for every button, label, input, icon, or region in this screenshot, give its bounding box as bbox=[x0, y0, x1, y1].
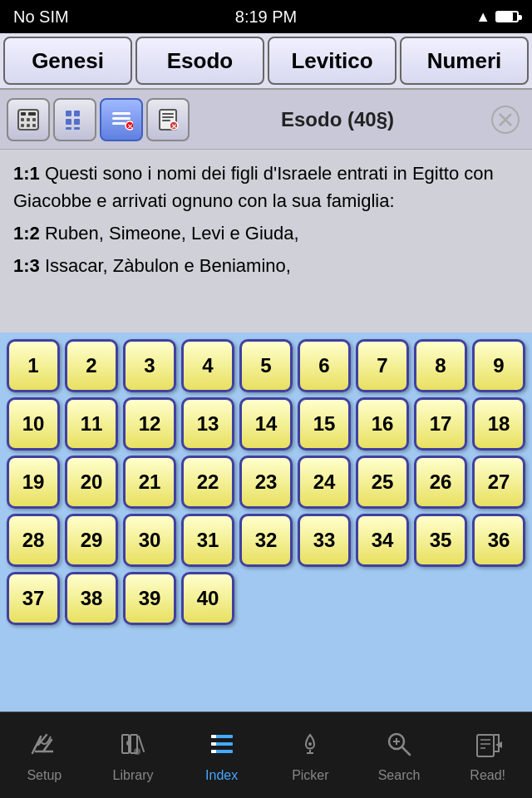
svg-rect-2 bbox=[21, 118, 24, 121]
chapter-btn-12[interactable]: 12 bbox=[123, 397, 176, 451]
close-button[interactable] bbox=[485, 100, 525, 140]
chapter-btn-36[interactable]: 36 bbox=[472, 514, 525, 567]
toolbar-title: Esodo (40§) bbox=[193, 108, 482, 131]
chapter-btn-25[interactable]: 25 bbox=[356, 456, 409, 509]
svg-rect-12 bbox=[74, 119, 80, 125]
number-grid-area[interactable]: 1234567891011121314151617181920212223242… bbox=[0, 332, 532, 712]
tab-genesi[interactable]: Genesi bbox=[3, 37, 132, 85]
nav-read-label: Read! bbox=[470, 768, 505, 783]
chapter-btn-18[interactable]: 18 bbox=[472, 397, 525, 451]
chapter-btn-33[interactable]: 33 bbox=[298, 514, 351, 567]
nav-search[interactable]: Search bbox=[355, 712, 444, 798]
chapter-btn-30[interactable]: 30 bbox=[123, 514, 176, 567]
chapter-btn-32[interactable]: 32 bbox=[239, 514, 293, 567]
tool-calculator[interactable] bbox=[7, 98, 50, 141]
svg-rect-4 bbox=[32, 118, 36, 121]
svg-rect-1 bbox=[21, 112, 26, 116]
svg-rect-14 bbox=[74, 127, 80, 130]
chapter-btn-21[interactable]: 21 bbox=[123, 456, 176, 509]
tab-levitico[interactable]: Levitico bbox=[268, 37, 397, 85]
chapter-btn-37[interactable]: 37 bbox=[7, 572, 60, 625]
chapter-btn-19[interactable]: 19 bbox=[7, 456, 60, 509]
nav-picker[interactable]: Picker bbox=[266, 712, 355, 798]
chapter-btn-15[interactable]: 15 bbox=[298, 397, 351, 451]
svg-rect-39 bbox=[211, 750, 216, 753]
svg-rect-22 bbox=[162, 116, 174, 118]
nav-library-label: Library bbox=[113, 768, 154, 783]
svg-rect-8 bbox=[28, 112, 36, 116]
toolbar: ✕ ✕ Esodo (40§) bbox=[0, 90, 532, 150]
svg-rect-5 bbox=[21, 124, 24, 127]
book-tabs: Genesi Esodo Levitico Numeri bbox=[0, 33, 532, 90]
chapter-btn-11[interactable]: 11 bbox=[65, 397, 118, 451]
chapter-btn-29[interactable]: 29 bbox=[65, 514, 118, 567]
svg-rect-17 bbox=[112, 122, 126, 125]
verse-1-1: 1:1 Questi sono i nomi dei figli d'Israe… bbox=[13, 160, 519, 214]
chapter-btn-13[interactable]: 13 bbox=[181, 397, 234, 451]
picker-icon bbox=[294, 728, 326, 765]
chapter-btn-22[interactable]: 22 bbox=[181, 456, 234, 509]
chapter-btn-14[interactable]: 14 bbox=[239, 397, 293, 451]
status-right: ▲ bbox=[475, 8, 519, 26]
main-content: Genesi Esodo Levitico Numeri bbox=[0, 33, 532, 712]
status-bar: No SIM 8:19 PM ▲ bbox=[0, 0, 532, 33]
chapter-btn-16[interactable]: 16 bbox=[356, 397, 409, 451]
chapter-btn-38[interactable]: 38 bbox=[65, 572, 118, 625]
svg-rect-13 bbox=[66, 127, 71, 130]
carrier: No SIM bbox=[13, 7, 69, 27]
chapter-btn-23[interactable]: 23 bbox=[239, 456, 293, 509]
chapter-btn-6[interactable]: 6 bbox=[298, 339, 351, 392]
chapter-btn-20[interactable]: 20 bbox=[65, 456, 118, 509]
nav-library[interactable]: Library bbox=[89, 712, 178, 798]
nav-picker-label: Picker bbox=[292, 768, 328, 783]
number-grid: 1234567891011121314151617181920212223242… bbox=[7, 339, 525, 625]
svg-point-32 bbox=[126, 741, 131, 746]
svg-point-33 bbox=[134, 748, 140, 755]
chapter-btn-7[interactable]: 7 bbox=[356, 339, 409, 392]
svg-rect-3 bbox=[27, 118, 30, 121]
chapter-btn-39[interactable]: 39 bbox=[123, 572, 176, 625]
svg-rect-45 bbox=[477, 735, 494, 756]
svg-rect-11 bbox=[66, 119, 71, 125]
read-icon bbox=[472, 728, 504, 765]
chapter-btn-35[interactable]: 35 bbox=[414, 514, 467, 567]
nav-index[interactable]: Index bbox=[177, 712, 266, 798]
svg-rect-9 bbox=[66, 111, 71, 116]
tab-esodo[interactable]: Esodo bbox=[135, 37, 264, 85]
chapter-btn-24[interactable]: 24 bbox=[298, 456, 351, 509]
svg-text:✕: ✕ bbox=[127, 123, 133, 131]
tool-text[interactable]: ✕ bbox=[100, 98, 143, 141]
chapter-btn-2[interactable]: 2 bbox=[65, 339, 118, 392]
nav-read[interactable]: Read! bbox=[443, 712, 532, 798]
time: 8:19 PM bbox=[235, 7, 297, 27]
svg-rect-7 bbox=[32, 124, 36, 127]
chapter-btn-9[interactable]: 9 bbox=[472, 339, 525, 392]
chapter-btn-4[interactable]: 4 bbox=[181, 339, 234, 392]
tool-grid[interactable] bbox=[53, 98, 96, 141]
tab-numeri[interactable]: Numeri bbox=[400, 37, 529, 85]
chapter-btn-27[interactable]: 27 bbox=[472, 456, 525, 509]
bottom-nav: Setup Library Index bbox=[0, 712, 532, 798]
chapter-btn-31[interactable]: 31 bbox=[181, 514, 234, 567]
chapter-btn-17[interactable]: 17 bbox=[414, 397, 467, 451]
search-icon bbox=[383, 728, 415, 765]
chapter-btn-40[interactable]: 40 bbox=[181, 572, 234, 625]
chapter-btn-3[interactable]: 3 bbox=[123, 339, 176, 392]
svg-rect-15 bbox=[112, 112, 131, 115]
nav-index-label: Index bbox=[205, 768, 238, 783]
verse-1-2: 1:2 Ruben, Simeone, Levi e Giuda, bbox=[13, 219, 519, 247]
chapter-btn-1[interactable]: 1 bbox=[7, 339, 60, 392]
chapter-btn-28[interactable]: 28 bbox=[7, 514, 60, 567]
svg-rect-37 bbox=[211, 735, 216, 738]
chapter-btn-34[interactable]: 34 bbox=[356, 514, 409, 567]
svg-rect-38 bbox=[211, 742, 216, 746]
nav-setup[interactable]: Setup bbox=[0, 712, 89, 798]
svg-point-40 bbox=[308, 742, 312, 746]
chapter-btn-5[interactable]: 5 bbox=[239, 339, 293, 392]
chapter-btn-8[interactable]: 8 bbox=[414, 339, 467, 392]
chapter-btn-26[interactable]: 26 bbox=[414, 456, 467, 509]
svg-rect-6 bbox=[27, 124, 30, 127]
battery-icon bbox=[495, 11, 519, 22]
tool-bookmark[interactable]: ✕ bbox=[146, 98, 190, 141]
chapter-btn-10[interactable]: 10 bbox=[7, 397, 60, 451]
